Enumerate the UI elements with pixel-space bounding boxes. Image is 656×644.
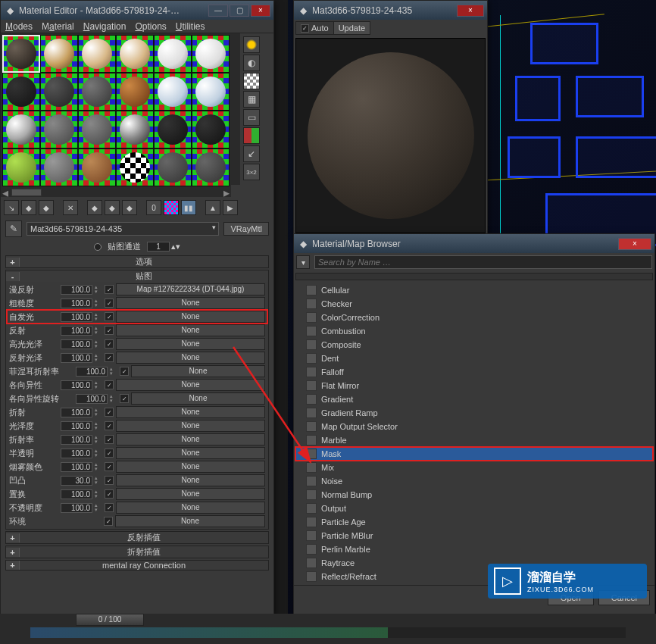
map-enable-checkbox[interactable]: ✓ <box>105 326 114 335</box>
map-enable-checkbox[interactable]: ✓ <box>104 517 113 526</box>
sample-slot[interactable] <box>116 148 154 186</box>
map-enable-checkbox[interactable]: ✓ <box>105 339 114 349</box>
map-amount-input[interactable]: 100.0 <box>61 353 92 363</box>
spinner-icon[interactable]: ▴▾ <box>95 489 102 499</box>
map-type-item[interactable]: Particle Age <box>295 515 653 529</box>
map-enable-checkbox[interactable]: ✓ <box>105 462 114 471</box>
sample-uv-icon[interactable]: ▦ <box>243 91 260 108</box>
rollout-toggle[interactable]: + <box>6 533 20 542</box>
map-amount-input[interactable]: 100.0 <box>61 462 92 472</box>
map-type-item[interactable]: Particle MBlur <box>295 529 653 542</box>
map-type-item[interactable]: Dent <box>295 352 653 365</box>
spinner-icon[interactable]: ▴▾ <box>95 435 102 444</box>
map-enable-checkbox[interactable]: ✓ <box>105 380 114 389</box>
spinner-icon[interactable]: ▴▾ <box>95 299 102 308</box>
map-type-item[interactable]: Mix <box>295 461 653 474</box>
sample-slot[interactable] <box>78 73 116 111</box>
map-amount-input[interactable]: 100.0 <box>76 367 108 377</box>
sample-slot[interactable] <box>78 148 116 186</box>
map-amount-input[interactable]: 100.0 <box>61 503 92 513</box>
spinner-icon[interactable]: ▴▾ <box>95 380 102 389</box>
sample-slot[interactable] <box>154 73 192 111</box>
map-enable-checkbox[interactable]: ✓ <box>105 353 114 362</box>
close-button[interactable]: × <box>457 5 484 17</box>
close-button[interactable]: × <box>251 5 270 17</box>
map-amount-input[interactable]: 100.0 <box>61 449 92 458</box>
channel-input[interactable] <box>147 242 170 252</box>
map-type-item[interactable]: Marble <box>295 433 653 447</box>
sample-slot[interactable] <box>40 111 78 148</box>
map-amount-input[interactable]: 100.0 <box>61 339 92 349</box>
spinner-icon[interactable]: ▴▾ <box>95 476 102 485</box>
material-id-icon[interactable]: 3×2 <box>243 164 260 180</box>
map-amount-input[interactable]: 100.0 <box>76 394 108 404</box>
rollout-toggle[interactable]: + <box>6 548 20 557</box>
map-enable-checkbox[interactable]: ✓ <box>120 394 129 403</box>
map-type-item[interactable]: Cellular <box>295 283 653 297</box>
map-type-item[interactable]: Gradient <box>295 392 653 406</box>
map-enable-checkbox[interactable]: ✓ <box>105 449 114 458</box>
map-type-item[interactable]: Flat Mirror <box>295 379 653 392</box>
reset-map-icon[interactable]: ✕ <box>63 200 78 215</box>
spinner-icon[interactable]: ▴▾ <box>95 285 102 294</box>
map-amount-input[interactable]: 100.0 <box>61 312 92 322</box>
menu-options[interactable]: Options <box>135 21 166 32</box>
assign-to-selection-icon[interactable]: ◆ <box>39 200 54 215</box>
map-enable-checkbox[interactable]: ✓ <box>105 299 114 308</box>
rollout-title[interactable]: 反射插值 <box>20 532 268 543</box>
material-name-dropdown[interactable]: Mat3d66-579819-24-435 <box>27 222 219 236</box>
menu-navigation[interactable]: Navigation <box>83 21 127 32</box>
map-slot-button[interactable]: None <box>116 433 265 445</box>
maximize-button[interactable]: ▢ <box>230 5 249 17</box>
rollout-toggle[interactable]: + <box>6 561 20 570</box>
auto-checkbox[interactable]: ✓ Auto <box>295 21 334 35</box>
menu-utilities[interactable]: Utilities <box>176 21 205 32</box>
spinner-icon[interactable]: ▴▾ <box>95 462 102 471</box>
map-slot-button[interactable]: None <box>116 420 265 432</box>
backlight-icon[interactable]: ◐ <box>243 55 260 71</box>
map-slot-button[interactable]: None <box>116 338 265 350</box>
map-slot-button[interactable]: None <box>115 515 265 527</box>
radio-icon[interactable] <box>94 243 102 251</box>
map-slot-button[interactable]: None <box>116 502 265 514</box>
map-amount-input[interactable]: 100.0 <box>61 408 92 417</box>
select-by-material-icon[interactable]: ↙ <box>243 145 260 162</box>
browser-titlebar[interactable]: ◆ Material/Map Browser × <box>294 234 654 253</box>
map-enable-checkbox[interactable]: ✓ <box>105 312 114 321</box>
map-slot-button[interactable]: None <box>116 352 265 364</box>
map-enable-checkbox[interactable]: ✓ <box>105 435 114 444</box>
sample-slot[interactable] <box>116 111 154 148</box>
sample-slot[interactable] <box>2 73 40 111</box>
go-to-parent-icon[interactable]: ▲ <box>205 200 220 215</box>
go-forward-icon[interactable]: ▶ <box>223 200 238 215</box>
sample-slot[interactable] <box>78 111 116 148</box>
map-slot-button[interactable]: None <box>116 447 265 459</box>
material-id-channel-icon[interactable]: 0 <box>146 200 161 215</box>
map-amount-input[interactable]: 100.0 <box>61 380 92 390</box>
map-type-item[interactable]: Checker <box>295 297 653 311</box>
menu-material[interactable]: Material <box>42 21 74 32</box>
put-to-library-icon[interactable]: ◆ <box>122 200 137 215</box>
rollout-toggle[interactable]: - <box>6 272 20 281</box>
map-enable-checkbox[interactable]: ✓ <box>105 476 114 485</box>
make-unique-icon[interactable]: ◆ <box>105 200 120 215</box>
map-type-item[interactable]: ColorCorrection <box>295 311 653 324</box>
map-slot-button[interactable]: None <box>116 379 265 391</box>
map-slot-button[interactable]: None <box>116 474 265 486</box>
put-to-scene-icon[interactable]: ◆ <box>21 200 36 215</box>
show-in-viewport-icon[interactable] <box>164 200 179 215</box>
time-ruler[interactable] <box>30 627 626 638</box>
rollout-title[interactable]: mental ray Connection <box>20 561 268 570</box>
sample-slot[interactable] <box>192 35 230 73</box>
map-enable-checkbox[interactable]: ✓ <box>120 367 129 376</box>
spinner-icon[interactable]: ▴▾ <box>95 503 102 512</box>
sample-slot[interactable] <box>154 35 192 73</box>
time-slider[interactable]: 0 / 100 <box>76 614 144 626</box>
sample-slot[interactable] <box>116 73 154 111</box>
rollout-title[interactable]: 贴图 <box>20 270 268 282</box>
spinner-icon[interactable]: ▴▾ <box>95 312 102 321</box>
map-slot-button[interactable]: None <box>116 297 265 309</box>
map-amount-input[interactable]: 100.0 <box>61 421 92 431</box>
spinner-icon[interactable]: ▴▾ <box>95 353 102 362</box>
close-button[interactable]: × <box>618 238 651 250</box>
